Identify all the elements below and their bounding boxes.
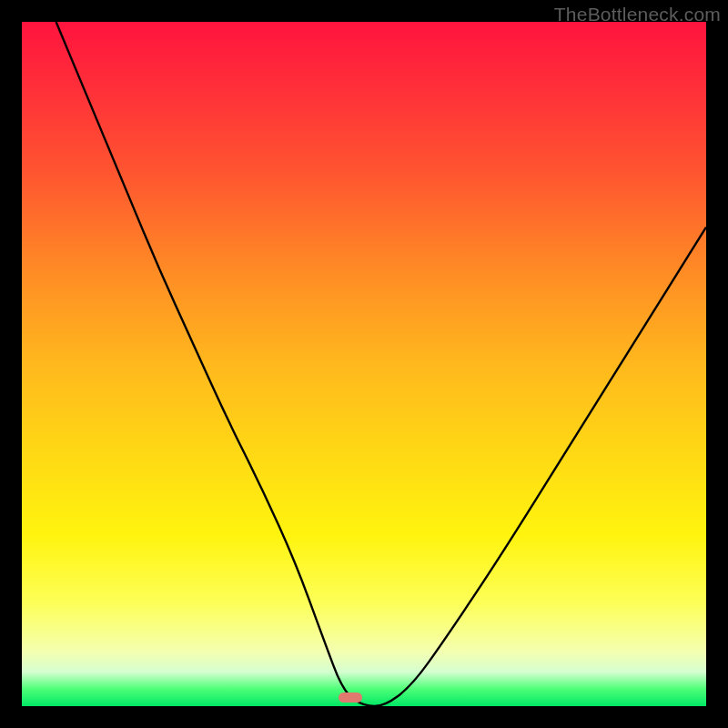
bottleneck-curve — [22, 22, 706, 706]
watermark-text: TheBottleneck.com — [554, 4, 721, 25]
chart-plot-area — [22, 22, 706, 706]
optimum-marker — [339, 693, 362, 703]
